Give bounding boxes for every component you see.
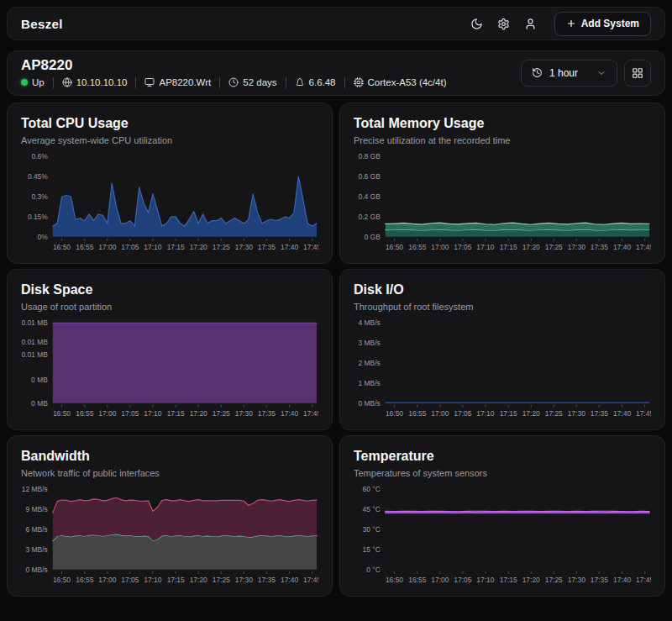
gear-icon: [497, 18, 510, 30]
svg-text:17:45: 17:45: [303, 576, 318, 584]
settings-button[interactable]: [492, 12, 516, 35]
svg-text:16:55: 16:55: [76, 409, 93, 418]
chart-subtitle: Usage of root partition: [21, 302, 318, 312]
svg-text:17:40: 17:40: [613, 576, 631, 584]
svg-text:30 °C: 30 °C: [363, 525, 381, 534]
svg-text:17:45: 17:45: [303, 409, 318, 418]
theme-toggle-button[interactable]: [465, 12, 489, 35]
svg-text:15 °C: 15 °C: [363, 545, 381, 554]
status-label: Up: [32, 77, 45, 87]
svg-text:17:10: 17:10: [476, 576, 494, 584]
svg-text:17:10: 17:10: [476, 243, 494, 251]
svg-text:17:10: 17:10: [144, 576, 161, 584]
user-icon: [524, 18, 537, 30]
svg-text:17:10: 17:10: [476, 409, 494, 418]
svg-text:2 MB/s: 2 MB/s: [359, 359, 381, 367]
chart-title: Bandwidth: [21, 449, 318, 464]
topbar-actions: Add System: [465, 12, 651, 36]
time-range-select[interactable]: 1 hour: [521, 60, 617, 87]
svg-text:16:50: 16:50: [53, 576, 71, 584]
system-hostname: AP8220.Wrt: [144, 77, 211, 87]
system-info-bar: AP8220 Up 10.10.10.10 AP8220.Wrt: [7, 50, 665, 96]
svg-text:0.2 GB: 0.2 GB: [359, 213, 381, 221]
time-range-value: 1 hour: [549, 67, 578, 79]
chart-title: Total CPU Usage: [21, 116, 318, 131]
svg-text:16:55: 16:55: [76, 576, 93, 584]
svg-text:17:25: 17:25: [213, 576, 230, 584]
svg-text:17:05: 17:05: [454, 409, 471, 418]
svg-text:17:00: 17:00: [98, 243, 116, 251]
svg-text:0.15%: 0.15%: [28, 213, 48, 221]
svg-text:17:35: 17:35: [591, 243, 608, 251]
svg-text:0 MB/s: 0 MB/s: [26, 566, 48, 574]
svg-text:17:45: 17:45: [636, 576, 651, 584]
add-system-button[interactable]: Add System: [554, 12, 651, 36]
svg-text:0.01 MB: 0.01 MB: [21, 338, 48, 346]
svg-text:9 MB/s: 9 MB/s: [26, 505, 48, 513]
svg-text:60 °C: 60 °C: [363, 485, 381, 493]
svg-text:17:40: 17:40: [613, 409, 631, 418]
svg-text:16:55: 16:55: [408, 409, 426, 418]
status-badge: Up: [21, 77, 45, 87]
svg-text:16:50: 16:50: [386, 409, 403, 418]
chart-subtitle: Average system-wide CPU utilization: [21, 135, 318, 145]
svg-text:17:25: 17:25: [545, 409, 563, 418]
svg-text:17:15: 17:15: [500, 243, 517, 251]
svg-text:0.6 GB: 0.6 GB: [359, 172, 381, 181]
user-menu-button[interactable]: [519, 12, 543, 35]
system-info: AP8220 Up 10.10.10.10 AP8220.Wrt: [21, 58, 446, 88]
app-logo[interactable]: Beszel: [21, 17, 63, 31]
system-name: AP8220: [21, 58, 446, 74]
chart-title: Disk Space: [21, 282, 318, 297]
svg-text:17:20: 17:20: [522, 409, 540, 418]
system-meta: Up 10.10.10.10 AP8220.Wrt 52 days: [21, 77, 446, 88]
svg-text:17:35: 17:35: [591, 576, 608, 584]
cpu-usage-chart: 0%0.15%0.3%0.45%0.6%16:5016:5517:0017:05…: [21, 151, 318, 254]
dashboard-page: Beszel Add System AP8220 Up: [0, 0, 672, 603]
globe-icon: [62, 77, 72, 87]
svg-text:17:35: 17:35: [258, 409, 276, 418]
svg-text:12 MB/s: 12 MB/s: [22, 485, 48, 493]
svg-text:17:15: 17:15: [167, 576, 185, 584]
svg-text:17:35: 17:35: [591, 409, 608, 418]
svg-text:17:30: 17:30: [568, 409, 585, 418]
temperature-chart: 0 °C15 °C30 °C45 °C60 °C16:5016:5517:001…: [354, 484, 651, 587]
svg-text:17:30: 17:30: [568, 576, 585, 584]
divider: [135, 77, 136, 88]
monitor-icon: [144, 77, 155, 87]
layout-grid-icon: [632, 67, 643, 79]
svg-text:17:10: 17:10: [144, 409, 161, 418]
divider: [219, 77, 220, 88]
svg-text:1 MB/s: 1 MB/s: [359, 379, 381, 387]
svg-text:0.4 GB: 0.4 GB: [359, 192, 381, 201]
chart-card-memory: Total Memory Usage Precise utilization a…: [339, 103, 665, 264]
svg-text:0.45%: 0.45%: [28, 172, 48, 181]
svg-text:17:30: 17:30: [568, 243, 585, 251]
svg-text:0.8 GB: 0.8 GB: [359, 152, 381, 161]
svg-text:0 MB: 0 MB: [31, 399, 48, 408]
svg-text:0 MB: 0 MB: [31, 376, 48, 384]
clock-icon: [228, 77, 239, 87]
chart-subtitle: Precise utilization at the recorded time: [354, 135, 651, 145]
svg-text:17:10: 17:10: [144, 243, 161, 251]
svg-text:17:25: 17:25: [545, 243, 563, 251]
svg-text:17:30: 17:30: [235, 409, 253, 418]
history-clock-icon: [532, 67, 543, 78]
chart-card-temperature: Temperature Temperatures of system senso…: [339, 435, 665, 597]
svg-text:3 MB/s: 3 MB/s: [359, 339, 381, 347]
svg-text:16:50: 16:50: [386, 243, 403, 251]
svg-text:17:15: 17:15: [167, 409, 185, 418]
bandwidth-chart: 0 MB/s3 MB/s6 MB/s9 MB/s12 MB/s16:5016:5…: [21, 484, 318, 587]
svg-text:17:20: 17:20: [190, 243, 207, 251]
status-dot: [21, 79, 28, 86]
svg-text:17:25: 17:25: [545, 576, 563, 584]
system-ip: 10.10.10.10: [62, 77, 128, 87]
memory-usage-chart: 0 GB0.2 GB0.4 GB0.6 GB0.8 GB16:5016:5517…: [354, 151, 651, 254]
svg-text:17:45: 17:45: [303, 243, 318, 251]
chart-card-disk-io: Disk I/O Throughput of root filesystem 0…: [339, 269, 665, 430]
svg-text:17:40: 17:40: [281, 243, 298, 251]
chart-layout-toggle[interactable]: [624, 60, 651, 87]
chart-subtitle: Throughput of root filesystem: [354, 302, 651, 312]
svg-text:17:35: 17:35: [258, 576, 276, 584]
charts-grid: Total CPU Usage Average system-wide CPU …: [7, 103, 665, 597]
